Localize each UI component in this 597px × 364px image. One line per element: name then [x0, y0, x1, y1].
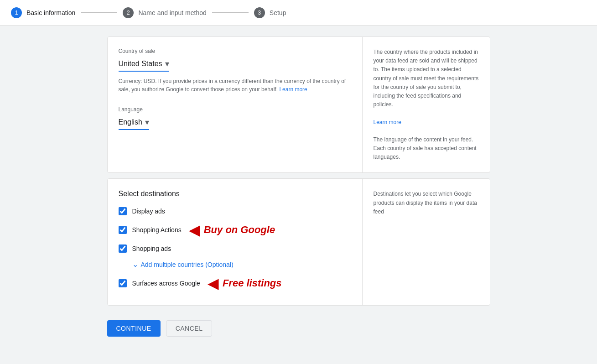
currency-note: Currency: USD. If you provide prices in …	[119, 77, 347, 94]
display-ads-checkbox[interactable]	[119, 207, 127, 215]
language-field-label: Language	[119, 106, 351, 113]
destinations-right: Destinations let you select which Google…	[362, 179, 490, 305]
shopping-actions-arrow-icon: ◀	[189, 223, 200, 237]
surfaces-google-checkbox[interactable]	[119, 279, 127, 287]
country-field-label: Country of sale	[119, 48, 351, 54]
step-3-label: Setup	[270, 9, 286, 16]
free-listings-annotation: ◀ Free listings	[208, 276, 282, 291]
step-2-circle: 2	[123, 7, 134, 18]
step-2-label: Name and input method	[138, 9, 206, 16]
step-1: 1 Basic information	[11, 7, 75, 18]
country-selected-value: United States	[119, 60, 162, 68]
country-language-right: The country where the products included …	[362, 37, 490, 172]
language-dropdown[interactable]: English ▾	[119, 115, 149, 130]
footer: CONTINUE CANCEL	[107, 317, 490, 340]
add-countries-text: Add multiple countries (Optional)	[141, 261, 234, 268]
add-countries-row[interactable]: ⌄ Add multiple countries (Optional)	[132, 260, 351, 269]
shopping-ads-label: Shopping ads	[132, 245, 171, 252]
step-3-circle: 3	[254, 7, 265, 18]
destinations-card: Select destinations Display ads Shopping…	[107, 178, 490, 306]
country-dropdown[interactable]: United States ▾	[119, 57, 169, 72]
step-2: 2 Name and input method	[123, 7, 206, 18]
step-3: 3 Setup	[254, 7, 286, 18]
display-ads-row: Display ads	[119, 207, 351, 215]
shopping-actions-checkbox[interactable]	[119, 226, 127, 234]
surfaces-google-label: Surfaces across Google	[132, 280, 200, 287]
shopping-ads-row: Shopping ads	[119, 244, 351, 253]
buy-on-google-text: Buy on Google	[204, 224, 275, 236]
surfaces-arrow-icon: ◀	[208, 276, 219, 291]
language-dropdown-arrow-icon: ▾	[145, 117, 149, 127]
surfaces-google-row: Surfaces across Google	[119, 279, 200, 287]
shopping-ads-checkbox[interactable]	[119, 244, 127, 253]
cancel-button[interactable]: CANCEL	[166, 320, 213, 337]
destinations-left: Select destinations Display ads Shopping…	[108, 179, 362, 305]
language-right-info: The language of the content in your feed…	[374, 135, 479, 162]
shopping-actions-label: Shopping Actions	[132, 226, 182, 234]
step-connector-1	[81, 12, 117, 13]
country-right-info: The country where the products included …	[374, 48, 479, 109]
destinations-right-info: Destinations let you select which Google…	[374, 190, 479, 216]
chevron-down-icon: ⌄	[132, 260, 138, 269]
step-1-label: Basic information	[26, 9, 75, 16]
step-1-circle: 1	[11, 7, 22, 18]
destinations-title: Select destinations	[119, 190, 351, 198]
display-ads-label: Display ads	[132, 208, 165, 215]
step-connector-2	[212, 12, 249, 13]
language-selected-value: English	[119, 118, 142, 126]
buy-on-google-annotation: ◀ Buy on Google	[189, 223, 275, 237]
country-language-card: Country of sale United States ▾ Currency…	[107, 36, 490, 173]
free-listings-text: Free listings	[223, 277, 282, 289]
country-dropdown-arrow-icon: ▾	[165, 59, 169, 69]
country-language-left: Country of sale United States ▾ Currency…	[108, 37, 362, 172]
main-content: Country of sale United States ▾ Currency…	[0, 26, 597, 351]
country-right-learn-more-link[interactable]: Learn more	[374, 119, 401, 125]
continue-button[interactable]: CONTINUE	[107, 320, 161, 337]
currency-learn-more-link[interactable]: Learn more	[279, 86, 307, 93]
shopping-actions-row: Shopping Actions	[119, 226, 182, 234]
stepper: 1 Basic information 2 Name and input met…	[0, 0, 597, 26]
language-section: Language English ▾	[119, 106, 351, 130]
